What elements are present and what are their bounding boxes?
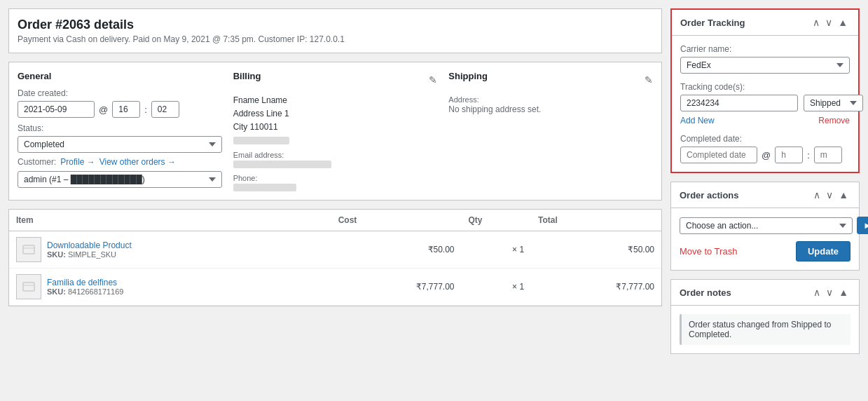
item-cost: ₹7,777.00 bbox=[331, 268, 462, 305]
note-item: Order status changed from Shipped to Com… bbox=[680, 314, 850, 345]
order-subtitle: Payment via Cash on delivery. Paid on Ma… bbox=[18, 34, 653, 44]
item-qty: × 1 bbox=[462, 268, 532, 305]
shipping-title: Shipping bbox=[448, 71, 488, 81]
carrier-label: Carrier name: bbox=[680, 44, 850, 54]
time-colon-2: : bbox=[807, 150, 810, 161]
status-select[interactable]: Pending payment Processing On hold Compl… bbox=[18, 136, 222, 153]
tracking-title: Order Tracking bbox=[680, 18, 745, 28]
move-to-trash-link[interactable]: Move to Trash bbox=[680, 246, 737, 257]
tracking-code-label: Tracking code(s): bbox=[680, 82, 850, 92]
profile-link[interactable]: Profile → bbox=[60, 157, 95, 167]
table-row: Familia de delfines SKU: 8412668171169 ₹… bbox=[9, 268, 661, 305]
col-total: Total bbox=[531, 210, 661, 231]
shipping-section: Shipping ✎ Address: No shipping address … bbox=[448, 71, 653, 191]
item-total: ₹7,777.00 bbox=[531, 268, 661, 305]
actions-down[interactable]: ∨ bbox=[824, 189, 835, 200]
status-label: Status: bbox=[18, 123, 222, 133]
tracking-collapse-down[interactable]: ∨ bbox=[823, 17, 834, 28]
actions-close[interactable]: ▲ bbox=[836, 189, 850, 200]
time-colon: : bbox=[144, 104, 147, 115]
action-select[interactable]: Choose an action... Email invoice / orde… bbox=[680, 217, 853, 234]
item-cost: ₹50.00 bbox=[331, 231, 462, 268]
notes-close[interactable]: ▲ bbox=[836, 287, 850, 298]
tracking-status-select[interactable]: Pending In Transit Shipped Delivered bbox=[804, 95, 863, 111]
items-table: Item Cost Qty Total bbox=[9, 210, 661, 306]
view-other-orders-link[interactable]: View other orders → bbox=[99, 157, 176, 167]
item-total: ₹50.00 bbox=[531, 231, 661, 268]
col-item: Item bbox=[9, 210, 331, 231]
order-notes-card: Order notes ∧ ∨ ▲ Order status changed f… bbox=[670, 279, 860, 354]
completed-date-input[interactable] bbox=[680, 147, 757, 163]
add-new-link[interactable]: Add New bbox=[680, 116, 715, 125]
notes-title: Order notes bbox=[680, 287, 731, 298]
minute-input[interactable] bbox=[151, 101, 179, 118]
item-sku: SKU: 8412668171169 bbox=[47, 287, 123, 296]
completed-minute-input[interactable] bbox=[814, 147, 842, 163]
tracking-card: Order Tracking ∧ ∨ ▲ Carrier name: FedEx… bbox=[670, 8, 860, 173]
billing-section: Billing ✎ Fname Lname Address Line 1 Cit… bbox=[233, 71, 438, 191]
completed-hour-input[interactable] bbox=[775, 147, 803, 163]
svg-rect-0 bbox=[23, 245, 34, 254]
customer-select[interactable]: admin (#1 – ████████████) bbox=[18, 171, 222, 188]
remove-link[interactable]: Remove bbox=[818, 116, 850, 125]
table-row: Downloadable Product SKU: SIMPLE_SKU ₹50… bbox=[9, 231, 661, 268]
svg-rect-1 bbox=[23, 283, 34, 291]
tracking-collapse-up[interactable]: ∧ bbox=[811, 17, 822, 28]
customer-label: Customer: bbox=[18, 157, 56, 167]
item-sku: SKU: SIMPLE_SKU bbox=[47, 250, 132, 259]
billing-title: Billing bbox=[233, 71, 261, 81]
col-cost: Cost bbox=[331, 210, 462, 231]
item-name[interactable]: Downloadable Product bbox=[47, 240, 132, 250]
update-button[interactable]: Update bbox=[796, 241, 850, 261]
action-go-button[interactable]: ► bbox=[857, 217, 868, 234]
completed-date-label: Completed date: bbox=[680, 134, 850, 144]
actions-up[interactable]: ∧ bbox=[811, 189, 822, 200]
general-section: General Date created: @ : Status: Pendin… bbox=[18, 71, 222, 191]
actions-title: Order actions bbox=[680, 190, 739, 200]
billing-address1: Address Line 1 bbox=[233, 107, 438, 121]
hour-input[interactable] bbox=[112, 101, 140, 118]
shipping-address-value: No shipping address set. bbox=[448, 104, 653, 114]
order-title: Order #2063 details bbox=[18, 18, 653, 32]
item-qty: × 1 bbox=[462, 231, 532, 268]
billing-city: City 110011 bbox=[233, 121, 438, 134]
email-label: Email address: bbox=[233, 151, 438, 159]
order-actions-card: Order actions ∧ ∨ ▲ Choose an action... … bbox=[670, 182, 860, 271]
shipping-edit-icon[interactable]: ✎ bbox=[645, 74, 653, 86]
tracking-code-input[interactable] bbox=[680, 95, 798, 111]
date-created-label: Date created: bbox=[18, 88, 222, 98]
tracking-close[interactable]: ▲ bbox=[836, 17, 850, 28]
billing-name: Fname Lname bbox=[233, 94, 438, 107]
item-thumb bbox=[16, 237, 41, 262]
at-separator: @ bbox=[99, 104, 108, 115]
date-created-input[interactable] bbox=[18, 101, 95, 118]
carrier-select[interactable]: FedEx UPS DHL USPS Other bbox=[680, 57, 850, 74]
general-title: General bbox=[18, 71, 222, 81]
shipping-address-label: Address: bbox=[448, 95, 478, 104]
notes-up[interactable]: ∧ bbox=[811, 287, 822, 298]
phone-label: Phone: bbox=[233, 174, 438, 182]
notes-down[interactable]: ∨ bbox=[824, 287, 835, 298]
at-symbol: @ bbox=[762, 150, 771, 161]
item-thumb bbox=[16, 274, 41, 299]
billing-edit-icon[interactable]: ✎ bbox=[429, 74, 437, 86]
item-name[interactable]: Familia de delfines bbox=[47, 278, 117, 287]
col-qty: Qty bbox=[462, 210, 532, 231]
